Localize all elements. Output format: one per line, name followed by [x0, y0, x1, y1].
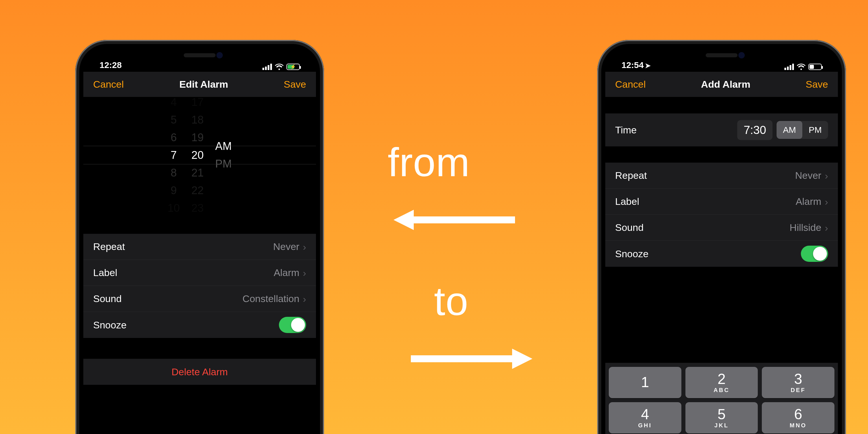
notch: [665, 48, 778, 64]
time-row: Time 7:30 AM PM: [605, 114, 838, 146]
chevron-right-icon: ›: [825, 171, 828, 181]
repeat-value: Never: [273, 241, 300, 252]
key-4[interactable]: 4GHI: [609, 402, 681, 433]
status-right: ⚡: [262, 64, 300, 70]
status-right: [784, 64, 822, 70]
nav-bar: Cancel Edit Alarm Save: [83, 72, 316, 97]
ampm-pm[interactable]: PM: [802, 121, 828, 139]
snooze-row: Snooze: [605, 241, 838, 267]
annotation-to: to: [434, 278, 468, 324]
signal-icon: [262, 64, 272, 70]
wifi-icon: [275, 64, 283, 70]
chevron-right-icon: ›: [303, 268, 306, 278]
notch: [143, 48, 256, 64]
nav-title: Edit Alarm: [179, 79, 228, 90]
nav-bar: Cancel Add Alarm Save: [605, 72, 838, 97]
location-icon: ➤: [645, 62, 651, 70]
status-time: 12:54➤: [621, 60, 651, 70]
key-2[interactable]: 2ABC: [685, 367, 758, 398]
ampm-am[interactable]: AM: [777, 121, 802, 139]
sound-label: Sound: [93, 293, 122, 304]
battery-icon: [808, 64, 822, 70]
label-row[interactable]: Label Alarm›: [605, 189, 838, 215]
ampm-segmented-control[interactable]: AM PM: [777, 121, 828, 139]
save-button[interactable]: Save: [806, 79, 828, 90]
chevron-right-icon: ›: [825, 197, 828, 207]
label-value: Alarm: [796, 196, 822, 207]
label-label: Label: [93, 267, 117, 278]
repeat-row[interactable]: Repeat Never›: [83, 234, 316, 260]
snooze-toggle[interactable]: [279, 317, 306, 333]
cancel-button[interactable]: Cancel: [615, 79, 646, 90]
sound-row[interactable]: Sound Constellation›: [83, 286, 316, 312]
status-time: 12:28: [99, 60, 122, 70]
key-5[interactable]: 5JKL: [685, 402, 758, 433]
key-3[interactable]: 3DEF: [762, 367, 834, 398]
snooze-label: Snooze: [93, 319, 126, 331]
nav-title: Add Alarm: [701, 79, 750, 90]
key-6[interactable]: 6MNO: [762, 402, 834, 433]
sound-value: Constellation: [243, 293, 300, 304]
save-button[interactable]: Save: [284, 79, 306, 90]
snooze-row: Snooze: [83, 312, 316, 338]
phone-right: 12:54➤ Cancel Add Alarm Save Time 7:30: [597, 40, 846, 434]
label-label: Label: [615, 196, 639, 207]
snooze-toggle[interactable]: [801, 246, 828, 262]
arrow-left-icon: [394, 208, 515, 231]
sound-label: Sound: [615, 222, 644, 233]
sound-row[interactable]: Sound Hillside›: [605, 215, 838, 241]
chevron-right-icon: ›: [303, 294, 306, 304]
label-value: Alarm: [274, 267, 300, 278]
time-label: Time: [615, 124, 637, 136]
label-row[interactable]: Label Alarm›: [83, 260, 316, 286]
repeat-row[interactable]: Repeat Never›: [605, 163, 838, 189]
repeat-label: Repeat: [615, 170, 647, 181]
annotation-from: from: [388, 139, 470, 186]
arrow-right-icon: [411, 347, 532, 370]
repeat-label: Repeat: [93, 241, 125, 252]
key-1[interactable]: 1: [609, 367, 681, 398]
numeric-keypad: 1 2ABC 3DEF 4GHI 5JKL 6MNO 7PQRS 8TUV 9W…: [605, 363, 838, 434]
phone-left: 12:28 ⚡ Cancel Edit Alarm Save 4 5: [75, 40, 324, 434]
repeat-value: Never: [795, 170, 822, 181]
svg-marker-0: [394, 210, 515, 230]
chevron-right-icon: ›: [825, 223, 828, 232]
chevron-right-icon: ›: [303, 242, 306, 252]
sound-value: Hillside: [789, 222, 822, 233]
wifi-icon: [797, 64, 806, 70]
time-wheel-picker[interactable]: 4 5 6 7 8 9 10 17 18 19 20 21 22: [83, 97, 316, 213]
snooze-label: Snooze: [615, 248, 648, 259]
battery-icon: ⚡: [286, 64, 300, 70]
svg-marker-1: [411, 349, 532, 369]
delete-alarm-button[interactable]: Delete Alarm: [83, 359, 316, 385]
signal-icon: [784, 64, 794, 70]
time-input[interactable]: 7:30: [737, 120, 773, 140]
cancel-button[interactable]: Cancel: [93, 79, 124, 90]
